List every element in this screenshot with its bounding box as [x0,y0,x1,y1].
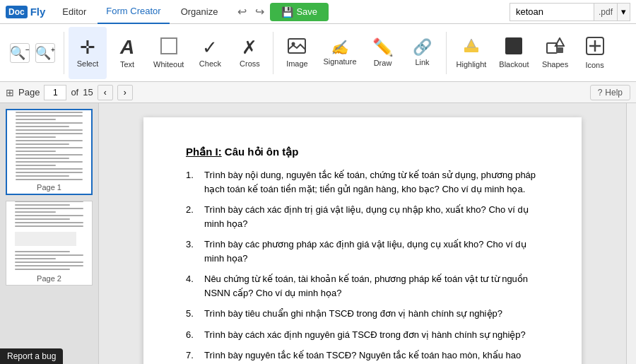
tool-highlight[interactable]: Highlight [451,27,493,79]
tool-draw[interactable]: ✏️ Draw [364,27,402,79]
thumbnail-page-2[interactable]: Page 2 [6,201,93,286]
thumb-line [16,133,83,134]
tab-form-creator[interactable]: Form Creator [98,0,169,24]
document-heading: Phần I: Câu hỏi ôn tập [186,146,539,158]
svg-rect-2 [464,47,478,52]
tool-icons[interactable]: Icons [576,27,614,79]
thumb-line [16,168,83,170]
thumb-line [15,225,83,227]
thumb-line [16,143,69,145]
thumb-line [15,218,70,220]
thumb-lines-2 [11,201,88,272]
thumb-line [15,211,56,213]
zoom-in-button[interactable]: 🔍+ [35,43,55,63]
zoom-out-button[interactable]: 🔍− [10,43,30,63]
save-button[interactable]: 💾 Save [270,3,329,21]
thumb-line [15,204,70,206]
thumb-line [15,215,83,216]
thumb-line [16,151,56,152]
separator-1 [64,32,64,74]
select-icon: ✛ [80,38,95,57]
thumb-line [16,165,56,166]
thumb-line [16,154,83,155]
tool-image[interactable]: Image [278,27,316,79]
list-text: Trình bày tiêu chuẩn ghi nhận TSCĐ trong… [204,307,502,321]
total-pages: 15 [83,87,93,98]
document-area: Phần I: Câu hỏi ôn tập 1. Trình bày nội … [99,103,626,364]
text-label: Text [120,60,134,69]
document-list: 1. Trình bày nội dung, nguyên tắc kế toá… [186,168,539,363]
thumbnail-panel: Page 1 [0,103,99,364]
help-button[interactable]: ? Help [590,85,630,100]
thumbnail-page-1[interactable]: Page 1 [6,109,93,195]
thumb-line [16,172,83,173]
thumb-line [16,129,83,131]
chevron-down-icon: ▾ [621,6,626,17]
list-text: Trình bày nội dung, nguyên tắc kế toán, … [204,168,539,196]
thumb-line [16,175,69,177]
thumb-line [16,126,69,127]
icons-label: Icons [585,61,603,69]
search-ext: .pdf [594,3,618,21]
link-label: Link [415,58,429,66]
heading-rest: Câu hỏi ôn tập [222,146,299,158]
report-bug-label: Report a bug [7,351,56,361]
list-num: 3. [186,237,199,265]
list-text: Nêu chứng từ kế toán, tài khoản kế toán,… [204,272,539,300]
tool-link[interactable]: 🔗 Link [404,27,442,79]
tool-whiteout[interactable]: Whiteout [148,27,189,79]
list-text: Trình bày cách xác định nguyên giá TSCĐ … [204,328,526,342]
thumb-line [16,147,83,148]
blackout-label: Blackout [499,60,529,69]
help-label: Help [605,88,623,98]
thumb-line [16,158,69,159]
thumb-img-1 [7,110,91,181]
select-label: Select [77,59,99,68]
prev-page-button[interactable]: ‹ [98,85,113,100]
tool-shapes[interactable]: Shapes [536,27,575,79]
page-number-input[interactable] [44,85,66,100]
report-bug-button[interactable]: Report a bug [0,348,63,364]
main-area: Page 1 [0,103,636,364]
thumb-line [16,112,83,113]
tool-blackout[interactable]: Blackout [493,27,534,79]
separator-3 [446,32,447,74]
grid-icon[interactable]: ⊞ [6,87,14,98]
list-item: 5. Trình bày tiêu chuẩn ghi nhận TSCĐ tr… [186,307,539,321]
whiteout-label: Whiteout [153,60,184,69]
text-icon: A [120,37,134,57]
draw-icon: ✏️ [372,39,394,56]
list-item: 1. Trình bày nội dung, nguyên tắc kế toá… [186,168,539,196]
list-item: 3. Trình bày các phương pháp xác định gi… [186,237,539,265]
thumb-img-2 [6,201,92,272]
next-page-button[interactable]: › [117,85,133,100]
image-icon [288,38,306,57]
right-scrollbar[interactable] [626,103,636,364]
tab-organize[interactable]: Organize [172,0,227,24]
separator-2 [273,32,273,74]
thumb-line [15,208,83,209]
thumb-line [15,262,83,263]
redo-button[interactable]: ↪ [252,4,267,20]
tool-signature[interactable]: ✍ Signature [317,27,362,79]
undo-redo-group: ↩ ↪ [235,4,267,20]
blackout-icon [505,37,522,57]
tool-select[interactable]: ✛ Select [69,27,107,79]
search-dropdown-button[interactable]: ▾ [618,3,630,21]
tool-check[interactable]: ✓ Check [191,27,229,79]
thumb-line [15,269,70,270]
highlight-icon [463,37,480,57]
thumb-line [15,201,83,202]
tool-text[interactable]: A Text [108,27,146,79]
list-text: Trình bày các phương pháp xác định giá v… [204,237,539,265]
tab-editor[interactable]: Editor [54,0,95,24]
thumb-table [15,232,76,246]
undo-button[interactable]: ↩ [235,4,249,20]
save-label: Save [296,6,317,17]
cross-icon: ✗ [242,38,257,57]
tool-cross[interactable]: ✗ Cross [230,27,269,79]
page-label: Page [18,87,40,98]
document-page: Phần I: Câu hỏi ôn tập 1. Trình bày nội … [143,117,582,364]
thumb-line [16,122,83,124]
search-input[interactable] [510,3,594,21]
